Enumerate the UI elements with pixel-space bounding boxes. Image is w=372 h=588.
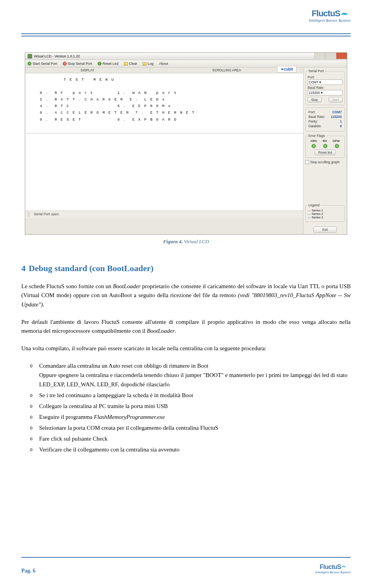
reset-icon: [98, 62, 102, 66]
scrolling-area: [25, 133, 303, 211]
play-icon: [28, 62, 31, 66]
ofw-led: [335, 144, 339, 148]
window-titlebar: Virtual LCD - Version 1.0.1.22: [25, 53, 347, 60]
section-heading: 4Debug standard (con BootLoader): [21, 263, 351, 273]
status-bar: Serial Port open.: [25, 211, 303, 218]
cubit-logo: ✦cubit: [277, 66, 296, 73]
window-title: Virtual LCD - Version 1.0.1.22: [34, 54, 80, 58]
about-button[interactable]: About: [159, 62, 168, 66]
exit-button[interactable]: Exit: [313, 227, 337, 233]
column-headers: DISPLAY SCROLLING AREA: [25, 67, 303, 73]
start-serial-button[interactable]: Start Serial Port: [28, 62, 57, 66]
log-button[interactable]: Log: [143, 62, 153, 66]
reset-led-button[interactable]: Reset led: [315, 150, 336, 155]
list-item: Fare click sul pulsante Check: [21, 434, 351, 443]
footer-rule: [21, 557, 351, 558]
crc-led: [312, 144, 316, 148]
header-rule: [21, 33, 351, 34]
header-rule: [21, 36, 351, 36]
legend-group: Legend — Series 1 — Series 2 — Series 3: [305, 203, 345, 222]
header-logo: FluctuS Intelligent Sensor System: [309, 9, 351, 22]
baud-label: Baud Rate:: [308, 86, 343, 90]
maximize-button[interactable]: [325, 53, 336, 59]
clear-button[interactable]: Clear: [124, 62, 138, 66]
stop-button[interactable]: Stop: [308, 97, 322, 102]
procedure-list: Comandare alla centralina un Auto reset …: [21, 361, 351, 454]
serial-port-group: Serial Port Port: COM7 ▾ Baud Rate: 1152…: [305, 69, 345, 105]
stop-serial-button[interactable]: Stop Serial Port: [63, 62, 92, 66]
rx-led: [323, 144, 327, 148]
port-label: Port:: [308, 75, 343, 79]
wifi-icon: [341, 9, 348, 19]
start-button[interactable]: Start: [329, 97, 343, 102]
page-number: Pag. 6: [21, 568, 36, 574]
stop-scroll-checkbox[interactable]: Stop scrolling graph: [305, 160, 345, 164]
list-item: Eseguire il programma FlashMemoryProgram…: [21, 412, 351, 422]
app-icon: [28, 54, 32, 59]
list-item: Se i tre led continuano a lampeggiare la…: [21, 391, 351, 400]
log-icon: [143, 62, 146, 66]
list-item: Selezionare la porta COM creata per il c…: [21, 423, 351, 432]
display-column-header: DISPLAY: [25, 67, 150, 73]
clear-icon: [124, 62, 128, 66]
list-item: Collegare la centralina al PC tramite la…: [21, 401, 351, 411]
baud-select[interactable]: 115200 ▾: [308, 90, 343, 95]
connection-status: Port:COM7 Baud Rate:115200 Parity:1 Data…: [305, 107, 345, 131]
list-item: Comandare alla centralina un Auto reset …: [21, 361, 351, 389]
footer-logo: FluctuS Intelligent Sensor System: [315, 564, 351, 574]
reset-led-button[interactable]: Reset Led: [98, 62, 119, 66]
lcd-display: T E S T M E N U 0 . R F p o r t 1 . W A …: [25, 73, 303, 133]
toolbar: Start Serial Port Stop Serial Port Reset…: [25, 60, 347, 67]
app-screenshot: Virtual LCD - Version 1.0.1.22 Start Ser…: [25, 52, 347, 235]
list-item: Verificare che il collegamento con la ce…: [21, 445, 351, 454]
close-button[interactable]: [336, 53, 347, 59]
minimize-button[interactable]: [314, 53, 325, 59]
paragraph-3: Una volta compilato, il software può ess…: [21, 344, 351, 353]
paragraph-1: Le schede FluctuS sono fornite con un Bo…: [21, 282, 351, 309]
paragraph-2: Per default l'ambiente di lavoro FluctuS…: [21, 318, 351, 336]
error-flags-group: Error Flags CRCRXOFW Reset led: [305, 134, 345, 158]
port-select[interactable]: COM7 ▾: [308, 80, 343, 85]
stop-icon: [63, 62, 67, 66]
brand-tagline: Intelligent Sensor System: [309, 19, 351, 22]
figure-caption: Figura 4. Virtual LCD: [21, 239, 351, 245]
window-controls[interactable]: [314, 53, 347, 59]
brand-name: FluctuS: [312, 9, 340, 19]
